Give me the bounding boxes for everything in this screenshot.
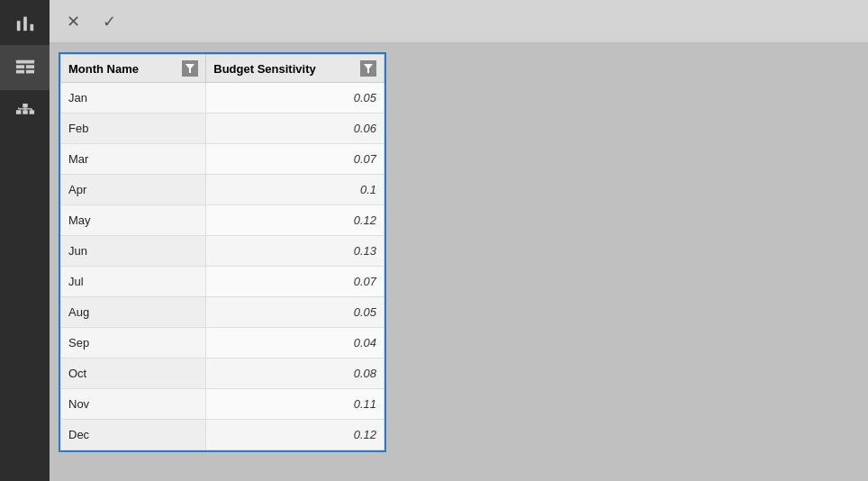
- cell-budget: 0.06: [206, 113, 384, 144]
- confirm-button[interactable]: ✓: [95, 7, 123, 36]
- col-header-budget: Budget Sensitivity: [206, 55, 384, 83]
- cell-month: Sep: [61, 328, 206, 358]
- cell-budget: 0.08: [206, 358, 384, 389]
- cancel-button[interactable]: ✕: [59, 7, 87, 36]
- svg-rect-0: [16, 21, 20, 31]
- svg-marker-17: [364, 64, 373, 73]
- cell-month: May: [61, 205, 206, 236]
- toolbar: ✕ ✓: [50, 0, 868, 43]
- data-table: Month Name Budget Sensitivity: [60, 54, 384, 450]
- cell-budget: 0.04: [206, 328, 384, 358]
- cell-month: Jul: [61, 267, 206, 297]
- svg-rect-2: [30, 24, 33, 31]
- svg-rect-1: [23, 17, 27, 32]
- cell-budget: 0.1: [206, 175, 384, 205]
- svg-rect-7: [25, 70, 33, 74]
- svg-marker-16: [185, 64, 194, 73]
- table-row[interactable]: May0.12: [61, 205, 384, 236]
- cell-month: Apr: [61, 175, 206, 205]
- table-row[interactable]: Aug0.05: [61, 297, 384, 328]
- table-row[interactable]: Sep0.04: [61, 328, 384, 358]
- svg-rect-10: [23, 110, 28, 114]
- cell-month: Feb: [61, 113, 206, 144]
- svg-rect-11: [29, 110, 34, 114]
- table-row[interactable]: Mar0.07: [61, 144, 384, 175]
- svg-rect-3: [15, 60, 33, 64]
- cell-month: Aug: [61, 297, 206, 328]
- cell-budget: 0.05: [206, 83, 384, 113]
- sidebar-icon-hierarchy[interactable]: [0, 90, 50, 135]
- cell-budget: 0.07: [206, 267, 384, 297]
- cell-month: Jan: [61, 83, 206, 113]
- table-area: Month Name Budget Sensitivity: [50, 43, 868, 481]
- table-row[interactable]: Feb0.06: [61, 113, 384, 144]
- table-row[interactable]: Jul0.07: [61, 267, 384, 297]
- col-header-month: Month Name: [61, 55, 206, 83]
- data-table-wrapper: Month Name Budget Sensitivity: [59, 52, 386, 452]
- budget-filter-button[interactable]: [360, 60, 376, 77]
- main-content: ✕ ✓ Month Name: [50, 0, 868, 481]
- cell-budget: 0.13: [206, 236, 384, 267]
- svg-rect-6: [15, 70, 23, 74]
- col-budget-label: Budget Sensitivity: [213, 62, 315, 76]
- svg-rect-5: [25, 65, 33, 68]
- cell-month: Mar: [61, 144, 206, 175]
- svg-rect-9: [15, 110, 21, 114]
- table-row[interactable]: Dec0.12: [61, 420, 384, 450]
- table-row[interactable]: Oct0.08: [61, 358, 384, 389]
- sidebar-icon-barchart[interactable]: [0, 0, 50, 45]
- month-filter-button[interactable]: [182, 60, 198, 77]
- cell-budget: 0.05: [206, 297, 384, 328]
- cell-budget: 0.12: [206, 205, 384, 236]
- svg-rect-8: [23, 104, 28, 108]
- table-row[interactable]: Nov0.11: [61, 389, 384, 420]
- table-row[interactable]: Apr0.1: [61, 175, 384, 205]
- cell-budget: 0.07: [206, 144, 384, 175]
- cell-budget: 0.12: [206, 420, 384, 450]
- cell-month: Dec: [61, 420, 206, 450]
- col-month-label: Month Name: [68, 62, 139, 76]
- cell-month: Oct: [61, 358, 206, 389]
- cell-month: Jun: [61, 236, 206, 267]
- table-row[interactable]: Jun0.13: [61, 236, 384, 267]
- svg-rect-4: [15, 65, 23, 68]
- sidebar: [0, 0, 50, 481]
- table-row[interactable]: Jan0.05: [61, 83, 384, 113]
- cell-budget: 0.11: [206, 389, 384, 420]
- cell-month: Nov: [61, 389, 206, 420]
- sidebar-icon-table[interactable]: [0, 45, 50, 90]
